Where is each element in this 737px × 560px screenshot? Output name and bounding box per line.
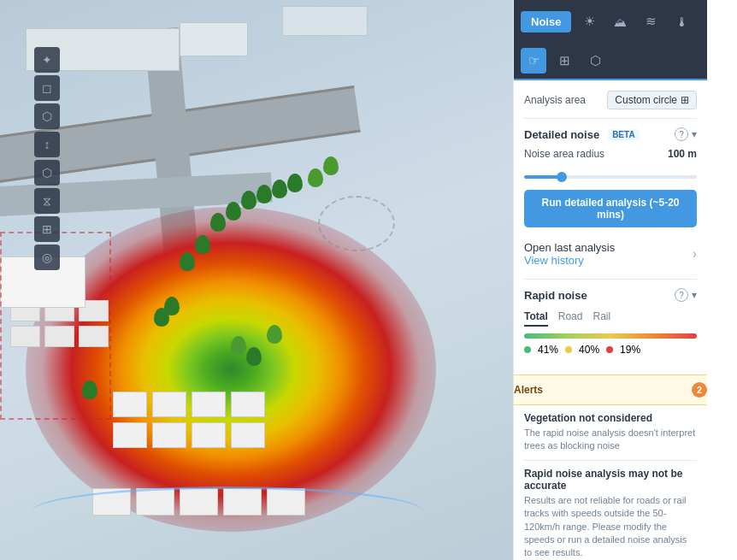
- building-analysis-btn[interactable]: ⬡: [582, 48, 608, 74]
- alert-item-1: Vegetation not considered The rapid nois…: [524, 405, 697, 461]
- building-top-mid: [180, 22, 248, 56]
- tree-4: [241, 191, 256, 209]
- panel-top-icons: Noise ☀ ⛰ ≋ 🌡: [514, 0, 707, 43]
- tree-1: [195, 235, 210, 254]
- view-history-link[interactable]: View history: [524, 254, 615, 267]
- alert-2-desc: Results are not reliable for roads or ra…: [524, 494, 697, 560]
- toolbar-polygon-btn[interactable]: ⬡: [34, 103, 60, 129]
- grid-icon: ⊞: [681, 94, 689, 106]
- alert-1-desc: The rapid noise analysis doesn't interpr…: [524, 427, 697, 453]
- pct-dot-red: [606, 346, 613, 353]
- second-icon-row: ☞ ⊞ ⬡: [514, 43, 707, 80]
- tab-total[interactable]: Total: [524, 310, 548, 327]
- panel-content: Analysis area Custom circle ⊞ Detailed n…: [514, 80, 707, 374]
- radius-slider-container: [524, 168, 697, 181]
- analysis-area-value: Custom circle: [615, 94, 677, 106]
- alerts-header: Alerts 2: [513, 374, 707, 405]
- rapid-noise-info-icon[interactable]: ?: [675, 288, 688, 302]
- rapid-noise-header: Rapid noise ? ▾: [524, 288, 697, 302]
- alert-1-title: Vegetation not considered: [524, 412, 697, 424]
- rapid-noise-tabs: Total Road Rail: [524, 310, 697, 327]
- noise-radius-row: Noise area radius 100 m: [524, 148, 697, 160]
- open-last-section[interactable]: Open last analysis View history ›: [524, 238, 697, 270]
- alerts-list: Vegetation not considered The rapid nois…: [514, 405, 707, 560]
- pct-red: 19%: [620, 344, 640, 356]
- divider-1: [524, 118, 697, 119]
- toolbar-measure-btn[interactable]: ↕: [34, 132, 60, 157]
- tree-6: [272, 180, 287, 198]
- alert-item-2: Rapid noise analysis may not be accurate…: [524, 461, 697, 560]
- tree-15: [267, 325, 282, 344]
- detailed-noise-info-icon[interactable]: ?: [675, 127, 688, 141]
- pct-green: 41%: [538, 344, 558, 356]
- alerts-title: Alerts: [514, 384, 543, 396]
- tab-rail[interactable]: Rail: [593, 310, 610, 327]
- tree-9: [308, 168, 323, 187]
- rapid-noise-title: Rapid noise: [524, 289, 587, 302]
- tree-12: [164, 297, 180, 315]
- tree-7: [287, 174, 303, 192]
- noise-radius-value: 100 m: [668, 148, 697, 160]
- detailed-noise-header: Detailed noise BETA ? ▾: [524, 127, 697, 141]
- open-last-chevron: ›: [693, 246, 697, 262]
- tab-road[interactable]: Road: [558, 310, 583, 327]
- noise-tab[interactable]: Noise: [521, 11, 571, 32]
- noise-radius-label: Noise area radius: [524, 148, 604, 160]
- detailed-noise-chevron[interactable]: ▾: [692, 128, 697, 140]
- tree-5: [256, 185, 272, 203]
- percentage-row: 41% 40% 19%: [524, 344, 697, 356]
- detailed-noise-title: Detailed noise: [524, 128, 599, 141]
- noise-color-bar: [524, 333, 697, 339]
- tree-10: [323, 156, 339, 175]
- right-panel: Noise ☀ ⛰ ≋ 🌡 ☞ ⊞ ⬡ Analysis area Custom…: [513, 0, 707, 560]
- beta-badge: BETA: [608, 129, 639, 140]
- tree-13: [231, 336, 246, 355]
- map-toolbar: ✦ ◻ ⬡ ↕ ⬡ ⧖ ⊞ ◎: [34, 47, 60, 270]
- alert-2-title: Rapid noise analysis may not be accurate: [524, 468, 697, 492]
- open-last-label: Open last analysis: [524, 241, 615, 254]
- solar-panel-btn[interactable]: ⊞: [551, 48, 577, 74]
- hand-cursor-btn[interactable]: ☞: [521, 48, 546, 74]
- pct-yellow: 40%: [579, 344, 599, 356]
- wind-icon-btn[interactable]: ≋: [638, 9, 663, 34]
- tree-14: [246, 347, 262, 366]
- buildings-group-2: [113, 392, 265, 448]
- run-analysis-btn[interactable]: Run detailed analysis (~5-20 mins): [524, 190, 697, 227]
- pct-dot-yellow: [565, 346, 572, 353]
- toolbar-cursor-btn[interactable]: ✦: [34, 47, 60, 73]
- radius-slider[interactable]: [524, 175, 697, 179]
- tree-2: [210, 213, 226, 232]
- rapid-noise-chevron[interactable]: ▾: [692, 289, 697, 301]
- analysis-area-selector[interactable]: Custom circle ⊞: [607, 91, 697, 109]
- alerts-count: 2: [692, 382, 707, 398]
- analysis-area-row: Analysis area Custom circle ⊞: [524, 91, 697, 109]
- toolbar-grid-btn[interactable]: ⊞: [34, 216, 60, 242]
- pct-dot-green: [524, 346, 531, 353]
- selection-area: [318, 196, 395, 251]
- map-area[interactable]: ✦ ◻ ⬡ ↕ ⬡ ⧖ ⊞ ◎: [0, 0, 513, 560]
- toolbar-location-btn[interactable]: ◎: [34, 245, 60, 270]
- terrain-icon-btn[interactable]: ⛰: [607, 9, 633, 34]
- temp-icon-btn[interactable]: 🌡: [669, 9, 694, 34]
- toolbar-layers-btn[interactable]: ⬡: [34, 160, 60, 186]
- sun-icon-btn[interactable]: ☀: [576, 9, 602, 34]
- toolbar-draw-btn[interactable]: ◻: [34, 75, 60, 101]
- tree-8: [180, 252, 195, 271]
- tree-3: [226, 202, 241, 221]
- toolbar-time-btn[interactable]: ⧖: [34, 188, 60, 214]
- building-top-right: [282, 6, 368, 36]
- divider-2: [524, 279, 697, 280]
- analysis-area-label: Analysis area: [524, 94, 586, 106]
- blue-boundary: [31, 486, 424, 538]
